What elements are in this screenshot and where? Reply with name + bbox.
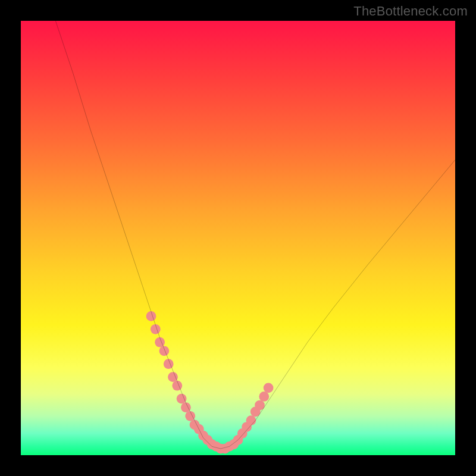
bottleneck-curve bbox=[55, 21, 455, 449]
watermark-label: TheBottleneck.com bbox=[353, 4, 468, 19]
marker-point bbox=[246, 415, 256, 425]
plot-area bbox=[21, 21, 455, 455]
chart-frame: TheBottleneck.com bbox=[0, 0, 476, 476]
marker-point bbox=[159, 346, 170, 356]
marker-point bbox=[185, 411, 195, 421]
marker-point bbox=[264, 383, 274, 393]
marker-point bbox=[168, 372, 178, 382]
marker-point bbox=[151, 324, 161, 334]
marker-point bbox=[146, 311, 156, 321]
marker-point bbox=[164, 359, 174, 369]
chart-svg bbox=[21, 21, 455, 455]
marker-point bbox=[172, 381, 182, 391]
marker-point bbox=[181, 402, 191, 412]
marker-point bbox=[259, 392, 269, 402]
marker-point bbox=[155, 337, 165, 347]
marker-cluster bbox=[146, 311, 274, 453]
marker-point bbox=[177, 394, 187, 404]
